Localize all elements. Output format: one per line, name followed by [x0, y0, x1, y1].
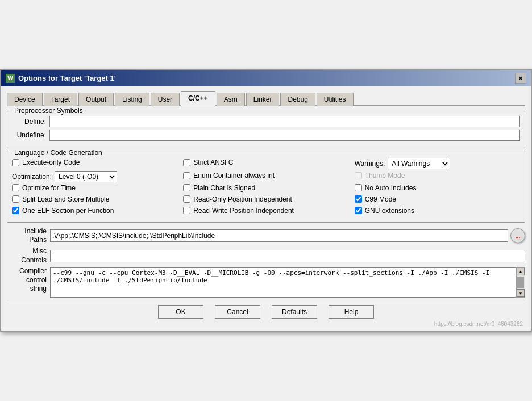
warnings-row: Warnings: All Warnings No Warnings Unspe…	[355, 158, 520, 169]
one-elf-checkbox[interactable]	[12, 207, 19, 214]
plain-char-checkbox[interactable]	[183, 184, 190, 191]
dialog-body: Device Target Output Listing User C/C++ …	[1, 86, 531, 331]
one-elf-row: One ELF Section per Function	[12, 207, 177, 215]
tab-cpp[interactable]: C/C++	[181, 91, 215, 106]
language-label: Language / Code Generation	[12, 149, 105, 157]
warnings-select[interactable]: All Warnings No Warnings Unspecified	[388, 158, 450, 169]
tab-linker[interactable]: Linker	[246, 93, 280, 106]
compiler-label: Compilercontrolstring	[7, 267, 47, 298]
no-auto-includes-checkbox[interactable]	[355, 184, 362, 191]
ok-button[interactable]: OK	[158, 305, 203, 319]
col3-row5: GNU extensions	[355, 207, 520, 216]
undefine-label: Undefine:	[12, 131, 46, 139]
strict-ansi-checkbox[interactable]	[183, 159, 190, 166]
col2-row5: Read-Write Position Independent	[183, 207, 348, 216]
col3-row4: C99 Mode	[355, 195, 520, 205]
split-load-checkbox[interactable]	[12, 195, 19, 203]
watermark: https://blog.csdn.net/m0_46043262	[7, 321, 525, 327]
app-icon: W	[6, 74, 15, 83]
readwrite-pos-label: Read-Write Position Independent	[193, 207, 294, 215]
col2-row4: Read-Only Position Independent	[183, 195, 348, 205]
gnu-extensions-label: GNU extensions	[365, 207, 414, 215]
thumb-mode-row: Thumb Mode	[355, 172, 520, 179]
tab-device[interactable]: Device	[7, 93, 43, 106]
enum-container-label: Enum Container always int	[193, 172, 275, 179]
misc-controls-label: MiscControls	[7, 247, 47, 265]
plain-char-label: Plain Char is Signed	[193, 184, 255, 192]
c99-mode-label: C99 Mode	[365, 195, 396, 203]
split-load-label: Split Load and Store Multiple	[22, 195, 109, 203]
split-load-row: Split Load and Store Multiple	[12, 195, 177, 203]
scrollbar-up[interactable]: ▲	[517, 268, 525, 275]
tab-utilities[interactable]: Utilities	[317, 93, 354, 106]
compiler-row: Compilercontrolstring --c99 --gnu -c --c…	[7, 267, 525, 298]
define-label: Define:	[12, 118, 46, 126]
include-paths-input[interactable]	[50, 229, 508, 242]
thumb-mode-checkbox[interactable]	[355, 172, 362, 179]
execute-only-checkbox[interactable]	[12, 159, 19, 166]
define-row: Define:	[12, 116, 520, 127]
col2-row2: Enum Container always int	[183, 172, 348, 181]
col1-top: Execute-only Code	[12, 158, 177, 168]
scrollbar-thumb[interactable]	[517, 277, 524, 288]
misc-controls-row: MiscControls	[7, 247, 525, 265]
close-button[interactable]: ×	[515, 73, 526, 84]
col1-row3: Optimize for Time	[12, 184, 177, 194]
define-input[interactable]	[49, 116, 520, 127]
tab-output[interactable]: Output	[78, 93, 114, 106]
tab-asm[interactable]: Asm	[217, 93, 245, 106]
tab-listing[interactable]: Listing	[115, 93, 149, 106]
optimize-time-label: Optimize for Time	[22, 184, 76, 192]
compiler-text: --c99 --gnu -c --cpu Cortex-M3 -D__EVAL …	[50, 267, 516, 298]
warnings-label: Warnings:	[355, 160, 385, 168]
preprocessor-group: Preprocessor Symbols Define: Undefine:	[7, 111, 525, 148]
misc-controls-input[interactable]	[50, 250, 525, 262]
compiler-value: --c99 --gnu -c --cpu Cortex-M3 -D__EVAL …	[53, 269, 489, 284]
defaults-button[interactable]: Defaults	[272, 305, 317, 319]
c99-mode-row: C99 Mode	[355, 195, 520, 203]
scrollbar-down[interactable]: ▼	[517, 289, 525, 297]
readonly-pos-label: Read-Only Position Independent	[193, 195, 292, 203]
thumb-mode-label: Thumb Mode	[365, 172, 405, 179]
undefine-row: Undefine:	[12, 130, 520, 141]
browse-button[interactable]: ...	[510, 228, 525, 243]
readonly-pos-checkbox[interactable]	[183, 195, 190, 203]
strict-ansi-label: Strict ANSI C	[193, 158, 233, 166]
col2-top: Strict ANSI C	[183, 158, 348, 168]
gnu-extensions-checkbox[interactable]	[355, 207, 362, 214]
execute-only-label: Execute-only Code	[22, 158, 80, 166]
optimize-time-checkbox[interactable]	[12, 184, 19, 191]
tab-debug[interactable]: Debug	[280, 93, 315, 106]
one-elf-label: One ELF Section per Function	[22, 207, 114, 215]
col1-row5: One ELF Section per Function	[12, 207, 177, 216]
undefine-input[interactable]	[49, 130, 520, 141]
c99-mode-checkbox[interactable]	[355, 195, 362, 203]
title-bar: W Options for Target 'Target 1' ×	[1, 70, 531, 86]
no-auto-includes-row: No Auto Includes	[355, 184, 520, 192]
tab-user[interactable]: User	[151, 93, 180, 106]
readwrite-pos-checkbox[interactable]	[183, 207, 190, 214]
col2-row3: Plain Char is Signed	[183, 184, 348, 194]
help-button[interactable]: Help	[329, 305, 374, 319]
compiler-box: --c99 --gnu -c --cpu Cortex-M3 -D__EVAL …	[50, 267, 525, 298]
tabs-row: Device Target Output Listing User C/C++ …	[7, 91, 525, 106]
tab-target[interactable]: Target	[44, 93, 77, 106]
optimize-time-row: Optimize for Time	[12, 184, 177, 192]
options-dialog: W Options for Target 'Target 1' × Device…	[0, 69, 532, 332]
optimization-select[interactable]: Level 0 (-O0) Level 1 (-O1) Level 2 (-O2…	[55, 171, 117, 182]
plain-char-row: Plain Char is Signed	[183, 184, 348, 192]
enum-container-checkbox[interactable]	[183, 172, 190, 179]
enum-container-row: Enum Container always int	[183, 172, 348, 179]
readwrite-pos-row: Read-Write Position Independent	[183, 207, 348, 215]
language-group: Language / Code Generation Execute-only …	[7, 153, 525, 223]
include-paths-label: IncludePaths	[7, 227, 47, 245]
col3-row3: No Auto Includes	[355, 184, 520, 194]
strict-ansi-row: Strict ANSI C	[183, 158, 348, 166]
optimization-label: Optimization:	[12, 173, 52, 181]
execute-only-row: Execute-only Code	[12, 158, 177, 166]
compiler-scrollbar: ▲ ▼	[516, 267, 525, 298]
cancel-button[interactable]: Cancel	[215, 305, 260, 319]
dialog-title: Options for Target 'Target 1'	[18, 74, 116, 82]
col3-row2: Thumb Mode	[355, 172, 520, 181]
readonly-pos-row: Read-Only Position Independent	[183, 195, 348, 203]
